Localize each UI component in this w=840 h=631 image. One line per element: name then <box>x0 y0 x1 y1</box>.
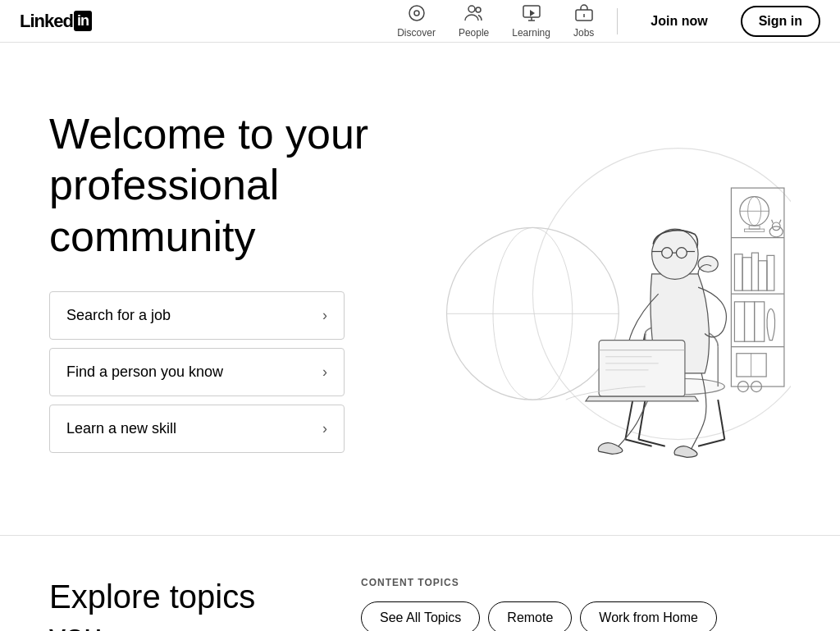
nav-discover[interactable]: Discover <box>397 3 436 39</box>
learn-skill-button[interactable]: Learn a new skill › <box>49 405 345 453</box>
svg-point-3 <box>476 7 481 12</box>
svg-marker-5 <box>530 10 535 16</box>
topics-left: Explore topics you are interested in <box>49 577 295 631</box>
chevron-right-icon: › <box>322 307 327 324</box>
search-job-button[interactable]: Search for a job › <box>49 291 345 340</box>
hero-left: Welcome to your professional community S… <box>49 108 394 453</box>
hero-illustration <box>394 75 791 486</box>
sign-in-button[interactable]: Sign in <box>741 6 820 37</box>
nav-jobs-label: Jobs <box>573 27 594 39</box>
hero-title-line2: professional community <box>49 161 279 259</box>
chevron-right-icon: › <box>322 364 327 381</box>
svg-rect-32 <box>755 302 765 341</box>
hero-illustration-container <box>394 75 791 486</box>
nav-items: Discover People Learning Jobs Join now S… <box>397 3 820 39</box>
svg-point-1 <box>414 11 419 16</box>
site-header: Linkedin Discover People Learning Jobs <box>0 0 840 43</box>
svg-rect-31 <box>745 302 755 341</box>
topics-label: CONTENT TOPICS <box>361 577 791 588</box>
people-icon <box>464 3 484 25</box>
nav-jobs[interactable]: Jobs <box>573 3 594 39</box>
svg-point-2 <box>468 6 475 12</box>
tag-work-from-home[interactable]: Work from Home <box>580 601 717 631</box>
logo-text: Linked <box>20 11 73 32</box>
topics-right: CONTENT TOPICS See All Topics Remote Wor… <box>361 577 791 631</box>
hero-title: Welcome to your professional community <box>49 108 394 262</box>
svg-point-44 <box>698 256 718 272</box>
svg-rect-28 <box>758 261 766 290</box>
hero-title-line1: Welcome to your <box>49 110 368 158</box>
tag-remote[interactable]: Remote <box>488 601 572 631</box>
svg-rect-45 <box>599 341 685 397</box>
join-now-button[interactable]: Join now <box>641 7 717 35</box>
svg-rect-14 <box>731 188 784 386</box>
nav-people-label: People <box>459 27 489 39</box>
svg-point-23 <box>769 226 783 237</box>
svg-point-38 <box>652 229 698 279</box>
tag-see-all-topics[interactable]: See All Topics <box>361 601 480 631</box>
nav-learning[interactable]: Learning <box>512 3 550 39</box>
svg-rect-26 <box>742 258 751 290</box>
discover-icon <box>407 3 427 25</box>
logo[interactable]: Linkedin <box>20 11 92 32</box>
nav-people[interactable]: People <box>459 3 489 39</box>
nav-discover-label: Discover <box>397 27 436 39</box>
svg-rect-30 <box>734 302 744 341</box>
svg-rect-22 <box>745 229 765 231</box>
topics-title: Explore topics you are interested in <box>49 577 295 631</box>
topics-title-line1: Explore topics you <box>49 578 255 631</box>
svg-rect-29 <box>767 255 774 290</box>
hero-section: Welcome to your professional community S… <box>0 43 840 535</box>
logo-in: in <box>74 11 92 31</box>
jobs-icon <box>574 3 594 25</box>
svg-point-0 <box>409 6 424 21</box>
topics-tags: See All Topics Remote Work from Home Ret… <box>361 601 791 631</box>
learning-icon <box>522 3 541 25</box>
svg-rect-27 <box>751 253 758 290</box>
svg-rect-25 <box>734 254 742 290</box>
nav-divider <box>617 8 618 34</box>
chevron-right-icon: › <box>322 420 327 437</box>
find-person-button[interactable]: Find a person you know › <box>49 348 345 396</box>
topics-section: Explore topics you are interested in CON… <box>0 536 840 631</box>
hero-actions: Search for a job › Find a person you kno… <box>49 291 345 453</box>
nav-learning-label: Learning <box>512 27 550 39</box>
